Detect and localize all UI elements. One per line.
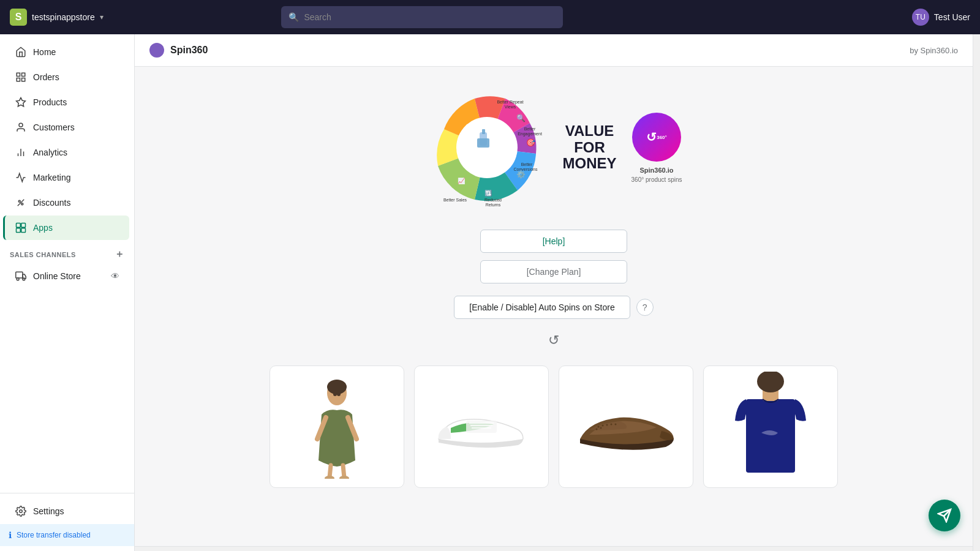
help-question-button[interactable]: ? bbox=[636, 299, 654, 316]
svg-point-57 bbox=[606, 424, 608, 426]
avatar[interactable]: TU bbox=[912, 9, 929, 26]
svg-rect-18 bbox=[16, 272, 23, 278]
page-title: Spin360 bbox=[170, 45, 208, 56]
store-transfer-label: Store transfer disabled bbox=[17, 531, 91, 539]
svg-rect-3 bbox=[22, 73, 25, 76]
product-card-tshirt[interactable] bbox=[703, 365, 838, 488]
sidebar-discounts-label: Discounts bbox=[33, 198, 70, 208]
marketing-icon bbox=[15, 171, 27, 184]
svg-point-20 bbox=[23, 278, 25, 280]
discounts-icon bbox=[15, 197, 27, 209]
svg-text:🎯: 🎯 bbox=[526, 138, 535, 147]
svg-line-46 bbox=[343, 465, 344, 478]
svg-point-19 bbox=[17, 278, 19, 280]
product-card-dress[interactable] bbox=[270, 365, 404, 488]
by-label: by Spin360.io bbox=[910, 46, 958, 55]
help-button[interactable]: [Help] bbox=[480, 230, 627, 253]
sidebar-item-apps[interactable]: Apps bbox=[3, 216, 129, 240]
sidebar-item-discounts[interactable]: Discounts bbox=[5, 190, 129, 215]
svg-text:🔃: 🔃 bbox=[484, 189, 492, 197]
home-icon bbox=[15, 46, 27, 58]
svg-point-55 bbox=[598, 426, 600, 428]
product-image-sneaker bbox=[415, 366, 548, 487]
svg-point-56 bbox=[602, 425, 604, 427]
right-scrollbar[interactable] bbox=[973, 34, 980, 551]
app-body: Better Repeat Views Better Engagement Be… bbox=[135, 67, 973, 546]
svg-text:⚙️: ⚙️ bbox=[516, 170, 526, 179]
value-line1: VALUE bbox=[563, 123, 617, 139]
svg-point-50 bbox=[337, 392, 341, 396]
sidebar-item-analytics[interactable]: Analytics bbox=[5, 140, 129, 165]
online-store-icon bbox=[15, 270, 27, 282]
refresh-icon[interactable]: ↺ bbox=[548, 332, 559, 348]
svg-rect-14 bbox=[17, 223, 21, 228]
svg-marker-6 bbox=[17, 98, 26, 107]
sidebar-footer: Settings ℹ Store transfer disabled bbox=[0, 493, 134, 551]
sidebar-item-online-store[interactable]: Online Store 👁 bbox=[5, 264, 129, 288]
layout: Home Orders Products Cu bbox=[0, 34, 980, 551]
svg-rect-4 bbox=[22, 78, 25, 81]
svg-text:S: S bbox=[15, 12, 22, 22]
online-store-label: Online Store bbox=[33, 271, 81, 281]
sidebar: Home Orders Products Cu bbox=[0, 34, 135, 551]
sales-channels-section: SALES CHANNELS ＋ bbox=[0, 241, 134, 263]
page-header-right: by Spin360.io bbox=[910, 46, 958, 55]
analytics-icon bbox=[15, 146, 27, 159]
product-card-shoe[interactable] bbox=[559, 365, 693, 488]
svg-text:Returns: Returns bbox=[485, 203, 500, 207]
add-channel-icon[interactable]: ＋ bbox=[115, 248, 125, 261]
online-store-visibility-icon[interactable]: 👁 bbox=[111, 271, 119, 281]
sidebar-item-marketing[interactable]: Marketing bbox=[5, 165, 129, 190]
svg-point-48 bbox=[339, 476, 349, 479]
svg-point-42 bbox=[327, 380, 347, 394]
spin360-circle: ↺ 360° bbox=[632, 113, 681, 162]
svg-text:🔍: 🔍 bbox=[516, 113, 526, 122]
svg-point-49 bbox=[333, 392, 337, 396]
svg-line-45 bbox=[330, 465, 331, 478]
store-dropdown-icon[interactable]: ▾ bbox=[100, 13, 104, 21]
product-image-dress bbox=[270, 366, 404, 487]
svg-point-12 bbox=[21, 203, 23, 205]
sidebar-nav: Home Orders Products Cu bbox=[0, 34, 134, 493]
svg-text:Reduced: Reduced bbox=[484, 198, 502, 202]
svg-rect-2 bbox=[17, 73, 20, 76]
value-for-money: VALUE FOR MONEY bbox=[563, 123, 617, 171]
app-icon-small bbox=[149, 43, 164, 58]
store-brand[interactable]: S testspinappstore ▾ bbox=[10, 9, 104, 26]
fab-button[interactable] bbox=[929, 500, 960, 531]
sidebar-item-settings[interactable]: Settings bbox=[5, 499, 129, 523]
sidebar-item-home[interactable]: Home bbox=[5, 40, 129, 64]
search-input[interactable] bbox=[304, 12, 556, 22]
product-card-sneaker[interactable] bbox=[414, 365, 549, 488]
info-icon: ℹ bbox=[9, 530, 12, 540]
svg-rect-15 bbox=[21, 223, 26, 228]
svg-text:Views: Views bbox=[504, 105, 516, 109]
svg-rect-26 bbox=[482, 129, 485, 134]
page-header: Spin360 by Spin360.io bbox=[135, 34, 973, 67]
product-cards-row bbox=[149, 365, 958, 493]
svg-text:Engagement: Engagement bbox=[518, 132, 542, 137]
svg-rect-62 bbox=[746, 399, 795, 473]
sidebar-item-products[interactable]: Products bbox=[5, 90, 129, 114]
spin360-logo: ↺ 360° Spin360.io 360° product spins bbox=[631, 113, 682, 183]
settings-label: Settings bbox=[33, 506, 64, 516]
sidebar-orders-label: Orders bbox=[33, 72, 59, 82]
svg-rect-5 bbox=[17, 78, 20, 81]
topbar-right: TU Test User bbox=[912, 9, 970, 26]
settings-icon bbox=[15, 505, 27, 517]
svg-point-60 bbox=[596, 429, 598, 430]
svg-point-11 bbox=[18, 200, 20, 202]
sidebar-marketing-label: Marketing bbox=[33, 173, 70, 182]
svg-rect-25 bbox=[477, 138, 489, 148]
search-bar: 🔍 bbox=[281, 6, 563, 28]
sidebar-item-customers[interactable]: Customers bbox=[5, 115, 129, 140]
value-line2: FOR bbox=[563, 140, 617, 156]
store-transfer-bar: ℹ Store transfer disabled bbox=[0, 524, 134, 546]
orders-icon bbox=[15, 71, 27, 83]
value-line3: MONEY bbox=[563, 156, 617, 171]
sidebar-item-orders[interactable]: Orders bbox=[5, 65, 129, 89]
enable-disable-button[interactable]: [Enable / Disable] Auto Spins on Store bbox=[454, 296, 630, 319]
change-plan-button[interactable]: [Change Plan] bbox=[480, 260, 627, 283]
svg-rect-17 bbox=[21, 228, 26, 233]
product-image-shoe bbox=[559, 366, 693, 487]
